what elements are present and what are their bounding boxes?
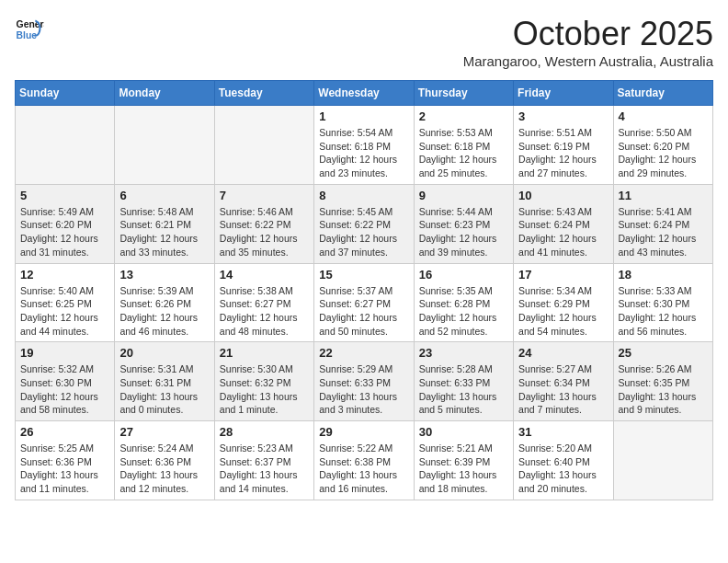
table-row — [613, 421, 712, 500]
table-row: 29Sunrise: 5:22 AMSunset: 6:38 PMDayligh… — [314, 421, 414, 500]
table-row: 18Sunrise: 5:33 AMSunset: 6:30 PMDayligh… — [613, 263, 712, 342]
day-number: 17 — [518, 268, 608, 282]
day-number: 11 — [619, 189, 708, 202]
day-number: 23 — [419, 346, 508, 360]
table-row: 4Sunrise: 5:50 AMSunset: 6:20 PMDaylight… — [613, 106, 712, 185]
day-info: Sunrise: 5:40 AMSunset: 6:25 PMDaylight:… — [20, 284, 109, 339]
table-row: 16Sunrise: 5:35 AMSunset: 6:28 PMDayligh… — [414, 263, 513, 342]
day-info: Sunrise: 5:23 AMSunset: 6:37 PMDaylight:… — [220, 442, 309, 496]
table-row — [115, 106, 214, 185]
day-info: Sunrise: 5:27 AMSunset: 6:34 PMDaylight:… — [518, 362, 608, 417]
day-info: Sunrise: 5:22 AMSunset: 6:38 PMDaylight:… — [319, 442, 408, 496]
day-info: Sunrise: 5:32 AMSunset: 6:30 PMDaylight:… — [20, 362, 109, 417]
month-title: October 2025 — [463, 15, 713, 53]
day-number: 4 — [619, 109, 708, 123]
table-row: 7Sunrise: 5:46 AMSunset: 6:22 PMDaylight… — [214, 184, 313, 263]
day-number: 10 — [518, 189, 608, 202]
title-area: October 2025 Marangaroo, Western Austral… — [463, 15, 713, 69]
table-row: 25Sunrise: 5:26 AMSunset: 6:35 PMDayligh… — [613, 342, 712, 421]
day-number: 22 — [319, 346, 408, 360]
day-info: Sunrise: 5:43 AMSunset: 6:24 PMDaylight:… — [518, 205, 608, 259]
day-number: 8 — [319, 189, 408, 202]
day-info: Sunrise: 5:50 AMSunset: 6:20 PMDaylight:… — [619, 126, 708, 180]
day-number: 19 — [20, 346, 109, 360]
day-info: Sunrise: 5:31 AMSunset: 6:31 PMDaylight:… — [119, 362, 209, 417]
weekday-header-thursday: Thursday — [414, 81, 513, 106]
table-row: 31Sunrise: 5:20 AMSunset: 6:40 PMDayligh… — [514, 421, 613, 500]
weekday-header-friday: Friday — [514, 81, 613, 106]
calendar-week-row: 5Sunrise: 5:49 AMSunset: 6:20 PMDaylight… — [16, 184, 713, 263]
calendar-week-row: 19Sunrise: 5:32 AMSunset: 6:30 PMDayligh… — [16, 342, 713, 421]
day-number: 25 — [619, 346, 708, 360]
table-row: 9Sunrise: 5:44 AMSunset: 6:23 PMDaylight… — [414, 184, 513, 263]
day-number: 30 — [419, 425, 508, 439]
day-info: Sunrise: 5:21 AMSunset: 6:39 PMDaylight:… — [419, 442, 508, 496]
day-number: 24 — [518, 346, 608, 360]
table-row: 15Sunrise: 5:37 AMSunset: 6:27 PMDayligh… — [314, 263, 414, 342]
logo-icon: General Blue — [15, 15, 44, 44]
day-info: Sunrise: 5:54 AMSunset: 6:18 PMDaylight:… — [319, 126, 408, 180]
day-number: 6 — [119, 189, 209, 202]
day-info: Sunrise: 5:41 AMSunset: 6:24 PMDaylight:… — [619, 205, 708, 259]
day-number: 18 — [619, 268, 708, 282]
table-row: 21Sunrise: 5:30 AMSunset: 6:32 PMDayligh… — [214, 342, 313, 421]
logo: General Blue — [15, 15, 44, 44]
table-row: 17Sunrise: 5:34 AMSunset: 6:29 PMDayligh… — [514, 263, 613, 342]
table-row: 5Sunrise: 5:49 AMSunset: 6:20 PMDaylight… — [16, 184, 115, 263]
table-row: 24Sunrise: 5:27 AMSunset: 6:34 PMDayligh… — [514, 342, 613, 421]
day-info: Sunrise: 5:37 AMSunset: 6:27 PMDaylight:… — [319, 284, 408, 339]
table-row: 20Sunrise: 5:31 AMSunset: 6:31 PMDayligh… — [115, 342, 214, 421]
weekday-header-tuesday: Tuesday — [214, 81, 313, 106]
header: General Blue October 2025 Marangaroo, We… — [15, 15, 713, 69]
table-row: 28Sunrise: 5:23 AMSunset: 6:37 PMDayligh… — [214, 421, 313, 500]
day-info: Sunrise: 5:45 AMSunset: 6:22 PMDaylight:… — [319, 205, 408, 259]
table-row: 14Sunrise: 5:38 AMSunset: 6:27 PMDayligh… — [214, 263, 313, 342]
day-number: 20 — [119, 346, 209, 360]
day-number: 12 — [20, 268, 109, 282]
table-row: 30Sunrise: 5:21 AMSunset: 6:39 PMDayligh… — [414, 421, 513, 500]
day-number: 13 — [119, 268, 209, 282]
day-number: 5 — [20, 189, 109, 202]
weekday-header-sunday: Sunday — [16, 81, 115, 106]
day-info: Sunrise: 5:48 AMSunset: 6:21 PMDaylight:… — [119, 205, 209, 259]
day-number: 1 — [319, 109, 408, 123]
day-info: Sunrise: 5:29 AMSunset: 6:33 PMDaylight:… — [319, 362, 408, 417]
table-row: 12Sunrise: 5:40 AMSunset: 6:25 PMDayligh… — [16, 263, 115, 342]
day-number: 21 — [220, 346, 309, 360]
calendar-week-row: 1Sunrise: 5:54 AMSunset: 6:18 PMDaylight… — [16, 106, 713, 185]
table-row: 11Sunrise: 5:41 AMSunset: 6:24 PMDayligh… — [613, 184, 712, 263]
table-row: 1Sunrise: 5:54 AMSunset: 6:18 PMDaylight… — [314, 106, 414, 185]
table-row: 8Sunrise: 5:45 AMSunset: 6:22 PMDaylight… — [314, 184, 414, 263]
weekday-header-row: SundayMondayTuesdayWednesdayThursdayFrid… — [16, 81, 713, 106]
day-info: Sunrise: 5:28 AMSunset: 6:33 PMDaylight:… — [419, 362, 508, 417]
day-info: Sunrise: 5:35 AMSunset: 6:28 PMDaylight:… — [419, 284, 508, 339]
weekday-header-saturday: Saturday — [613, 81, 712, 106]
day-number: 16 — [419, 268, 508, 282]
table-row: 6Sunrise: 5:48 AMSunset: 6:21 PMDaylight… — [115, 184, 214, 263]
table-row: 22Sunrise: 5:29 AMSunset: 6:33 PMDayligh… — [314, 342, 414, 421]
day-number: 15 — [319, 268, 408, 282]
day-number: 31 — [518, 425, 608, 439]
day-info: Sunrise: 5:46 AMSunset: 6:22 PMDaylight:… — [220, 205, 309, 259]
table-row: 10Sunrise: 5:43 AMSunset: 6:24 PMDayligh… — [514, 184, 613, 263]
day-number: 14 — [220, 268, 309, 282]
day-number: 26 — [20, 425, 109, 439]
table-row — [214, 106, 313, 185]
day-info: Sunrise: 5:24 AMSunset: 6:36 PMDaylight:… — [119, 442, 209, 496]
location-title: Marangaroo, Western Australia, Australia — [463, 53, 713, 69]
table-row: 23Sunrise: 5:28 AMSunset: 6:33 PMDayligh… — [414, 342, 513, 421]
day-info: Sunrise: 5:44 AMSunset: 6:23 PMDaylight:… — [419, 205, 508, 259]
weekday-header-monday: Monday — [115, 81, 214, 106]
day-number: 27 — [119, 425, 209, 439]
day-info: Sunrise: 5:34 AMSunset: 6:29 PMDaylight:… — [518, 284, 608, 339]
day-number: 28 — [220, 425, 309, 439]
day-info: Sunrise: 5:20 AMSunset: 6:40 PMDaylight:… — [518, 442, 608, 496]
day-number: 29 — [319, 425, 408, 439]
day-number: 2 — [419, 109, 508, 123]
day-number: 7 — [220, 189, 309, 202]
day-info: Sunrise: 5:49 AMSunset: 6:20 PMDaylight:… — [20, 205, 109, 259]
day-info: Sunrise: 5:38 AMSunset: 6:27 PMDaylight:… — [220, 284, 309, 339]
day-info: Sunrise: 5:33 AMSunset: 6:30 PMDaylight:… — [619, 284, 708, 339]
table-row: 3Sunrise: 5:51 AMSunset: 6:19 PMDaylight… — [514, 106, 613, 185]
table-row: 26Sunrise: 5:25 AMSunset: 6:36 PMDayligh… — [16, 421, 115, 500]
